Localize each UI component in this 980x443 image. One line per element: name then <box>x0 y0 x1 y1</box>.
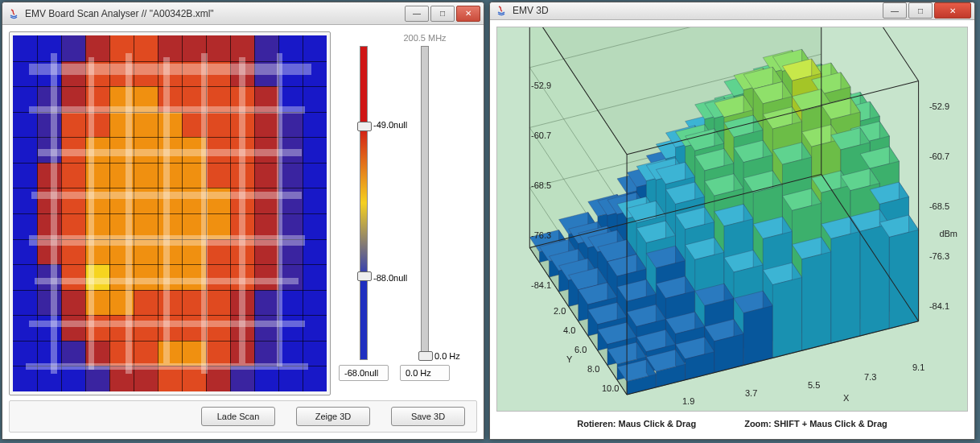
freq-top-label: 200.5 MHz <box>403 33 446 43</box>
frequency-readout: 0.0 Hz <box>400 365 450 381</box>
load-scan-button[interactable]: Lade Scan <box>201 407 275 426</box>
svg-marker-321 <box>860 224 889 336</box>
intensity-slider-column: x -49.0null -88.0null -68.0null <box>336 31 392 395</box>
svg-marker-315 <box>802 251 831 350</box>
intensity-lower-thumb[interactable] <box>357 271 372 281</box>
intensity-lower-label: -88.0null <box>373 273 407 283</box>
3d-content: -52.9 -60.7 -68.5 -76.3 -84.1 -52.9 -60.… <box>490 20 974 439</box>
x-tick: 9.1 <box>912 362 924 372</box>
heatmap-panel <box>9 31 331 395</box>
frequency-bottom-label: 0.0 Hz <box>434 351 460 361</box>
intensity-slider[interactable]: -49.0null -88.0null <box>360 46 368 360</box>
z-axis-label: dBm <box>939 229 957 238</box>
z-tick-left: -52.9 <box>531 81 551 90</box>
minimize-button[interactable]: — <box>883 2 907 19</box>
y-tick: 2.0 <box>554 306 566 316</box>
java-icon <box>495 4 508 17</box>
intensity-upper-label: -49.0null <box>373 120 407 130</box>
intensity-readout: -68.0null <box>339 365 389 381</box>
x-axis-label: X <box>843 393 849 403</box>
plot3d-canvas[interactable]: -52.9 -60.7 -68.5 -76.3 -84.1 -52.9 -60.… <box>496 27 968 412</box>
z-tick-right: -68.5 <box>929 201 949 211</box>
y-tick: 4.0 <box>563 325 575 335</box>
status-zoom: Zoom: SHIFT + Maus Click & Drag <box>744 419 887 429</box>
close-button[interactable]: ✕ <box>934 2 971 19</box>
maximize-button[interactable]: □ <box>908 2 933 19</box>
x-tick: 7.3 <box>864 372 876 382</box>
frequency-slider-column: 200.5 MHz 0.0 Hz 0.0 Hz <box>397 31 453 395</box>
titlebar[interactable]: EMV 3D — □ ✕ <box>490 2 974 20</box>
svg-marker-318 <box>831 231 860 343</box>
3d-window: EMV 3D — □ ✕ -52.9 -60.7 -68.5 -76.3 -84… <box>489 2 975 440</box>
button-row: Lade Scan Zeige 3D Save 3D <box>9 400 477 433</box>
maximize-button[interactable]: □ <box>430 6 455 22</box>
z-tick-left: -68.5 <box>531 180 551 190</box>
heatmap-2d[interactable] <box>13 35 327 391</box>
status-bar: Rotieren: Maus Click & Drag Zoom: SHIFT … <box>496 415 968 433</box>
y-tick: 8.0 <box>587 364 599 374</box>
x-tick: 5.5 <box>808 380 820 390</box>
show-3d-button[interactable]: Zeige 3D <box>296 407 370 426</box>
svg-marker-312 <box>772 277 801 358</box>
z-tick-left: -60.7 <box>531 130 551 140</box>
z-tick-right: -60.7 <box>929 151 949 161</box>
save-3d-button[interactable]: Save 3D <box>391 407 465 426</box>
z-tick-right: -52.9 <box>929 101 949 111</box>
frequency-slider[interactable]: 0.0 Hz <box>421 46 429 360</box>
svg-marker-324 <box>889 230 918 329</box>
y-tick: 6.0 <box>574 345 587 354</box>
status-rotate: Rotieren: Maus Click & Drag <box>577 419 696 429</box>
analyser-content: x -49.0null -88.0null -68.0null 200.5 MH… <box>2 25 484 439</box>
z-tick-left: -76.3 <box>531 230 551 240</box>
frequency-thumb[interactable] <box>418 351 433 361</box>
window-title: EMV Board Scan Analyser // "A00342B.xml" <box>25 8 403 19</box>
close-button[interactable]: ✕ <box>456 6 480 22</box>
z-tick-left: -84.1 <box>531 280 551 290</box>
x-tick: 3.7 <box>745 388 757 398</box>
y-axis-label: Y <box>566 354 572 364</box>
z-tick-right: -76.3 <box>929 251 949 261</box>
y-tick: 10.0 <box>602 383 619 393</box>
svg-marker-309 <box>743 305 772 365</box>
titlebar[interactable]: EMV Board Scan Analyser // "A00342B.xml"… <box>2 2 484 25</box>
minimize-button[interactable]: — <box>405 6 429 22</box>
x-tick: 1.9 <box>682 396 694 406</box>
window-title: EMV 3D <box>513 5 881 16</box>
analyser-window: EMV Board Scan Analyser // "A00342B.xml"… <box>2 2 484 440</box>
intensity-upper-thumb[interactable] <box>357 122 372 131</box>
java-icon <box>7 7 20 20</box>
z-tick-right: -84.1 <box>929 301 949 311</box>
